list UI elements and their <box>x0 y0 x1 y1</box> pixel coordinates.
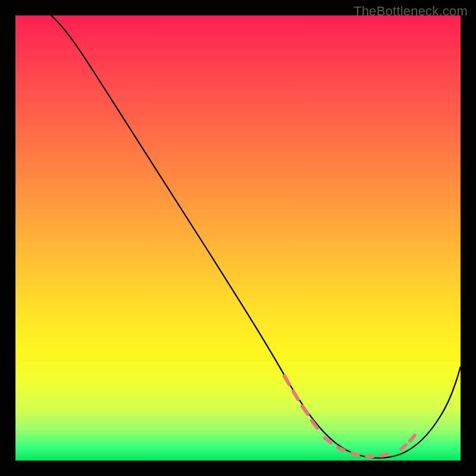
svg-line-0 <box>284 376 289 384</box>
svg-line-8 <box>381 455 387 456</box>
svg-line-10 <box>410 436 415 441</box>
chart-container: TheBottleneck.com <box>0 0 476 476</box>
svg-line-1 <box>293 392 298 399</box>
plot-area <box>15 15 461 461</box>
svg-line-3 <box>312 421 317 428</box>
svg-line-9 <box>401 445 406 449</box>
svg-line-2 <box>302 406 308 414</box>
curve-layer <box>15 15 461 461</box>
watermark-text: TheBottleneck.com <box>353 4 468 19</box>
svg-line-6 <box>352 453 358 455</box>
marker-dots <box>284 376 415 456</box>
main-curve <box>51 15 461 458</box>
